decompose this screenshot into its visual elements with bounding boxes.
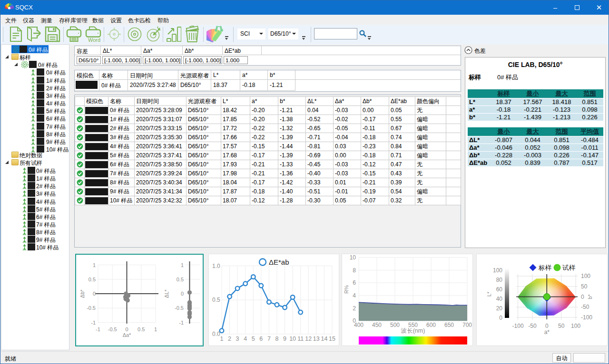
svg-text:6: 6 (353, 279, 356, 286)
svg-text:650: 650 (444, 322, 454, 328)
svg-text:3: 3 (236, 335, 239, 342)
svg-text:4: 4 (244, 335, 247, 342)
svg-text:0.5: 0.5 (212, 297, 220, 303)
svg-text:8: 8 (275, 335, 279, 342)
svg-text:试样: 试样 (562, 264, 576, 271)
svg-text:Δa*: Δa* (123, 332, 131, 338)
svg-text:11: 11 (297, 335, 304, 342)
svg-text:10: 10 (289, 335, 296, 342)
svg-text:0.5: 0.5 (138, 326, 145, 332)
svg-text:6: 6 (259, 335, 263, 342)
svg-text:2: 2 (353, 305, 356, 312)
svg-text:5: 5 (252, 335, 255, 342)
svg-text:0.5: 0.5 (177, 277, 184, 282)
svg-text:Word: Word (88, 37, 100, 43)
svg-text:2: 2 (228, 335, 231, 342)
svg-text:1: 1 (181, 262, 184, 268)
svg-text:500: 500 (390, 322, 400, 328)
svg-text:ΔL*: ΔL* (164, 289, 169, 297)
svg-text:12: 12 (305, 335, 312, 342)
svg-text:-0.5: -0.5 (108, 326, 117, 332)
svg-text:1: 1 (154, 326, 157, 332)
svg-text:13: 13 (313, 335, 320, 342)
svg-text:-1: -1 (96, 326, 100, 332)
svg-text:0: 0 (181, 291, 184, 297)
svg-text:1.0: 1.0 (212, 263, 220, 269)
svg-text:0.5: 0.5 (88, 277, 96, 282)
svg-text:10: 10 (350, 254, 356, 261)
svg-text:标样: 标样 (538, 264, 552, 271)
svg-text:-1: -1 (179, 320, 184, 326)
svg-text:R%: R% (344, 285, 349, 294)
svg-text:Δb*: Δb* (79, 289, 85, 297)
svg-text:-0.5: -0.5 (87, 305, 96, 311)
svg-text:14: 14 (321, 335, 327, 342)
svg-text:ΔE*ab: ΔE*ab (269, 258, 289, 266)
svg-text:7: 7 (267, 335, 271, 342)
svg-text:-1: -1 (91, 320, 96, 326)
svg-text:600: 600 (426, 322, 436, 328)
svg-text:4: 4 (353, 292, 356, 299)
svg-text:8: 8 (353, 267, 356, 274)
svg-text:-0.5: -0.5 (175, 305, 184, 311)
svg-text:15: 15 (329, 335, 335, 342)
svg-text:400: 400 (354, 322, 363, 328)
svg-text:450: 450 (372, 322, 382, 328)
svg-text:0: 0 (125, 326, 128, 332)
svg-text:0: 0 (93, 291, 96, 297)
svg-text:1: 1 (93, 262, 96, 268)
svg-text:9: 9 (283, 335, 286, 342)
svg-text:0.0: 0.0 (212, 331, 220, 337)
svg-text:1: 1 (220, 335, 224, 342)
svg-text:700: 700 (462, 322, 472, 328)
svg-text:波长(nm): 波长(nm) (401, 327, 425, 334)
